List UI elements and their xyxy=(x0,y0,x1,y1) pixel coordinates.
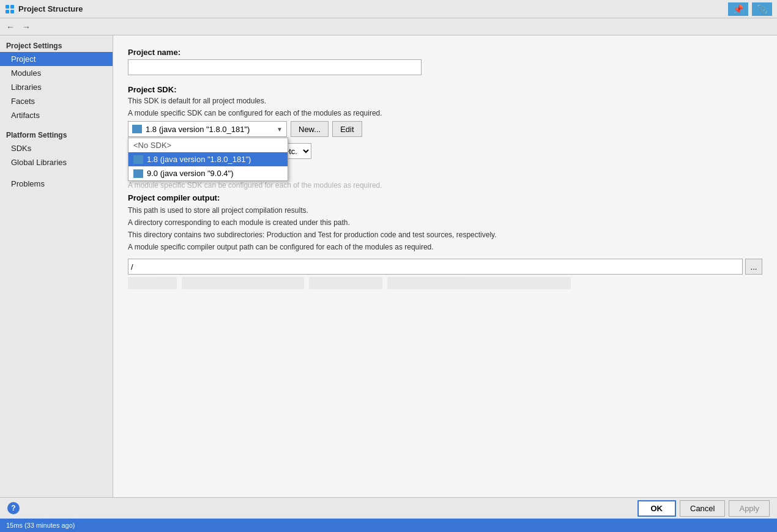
sidebar-item-artifacts[interactable]: Artifacts xyxy=(0,108,113,122)
title-bar: Project Structure 📌 📎 xyxy=(0,0,777,18)
sdk-option-9-0-label: 9.0 (java version "9.0.4") xyxy=(147,169,233,178)
sidebar-item-project[interactable]: Project xyxy=(0,52,113,66)
sidebar-item-modules[interactable]: Modules xyxy=(0,66,113,80)
sdk-option-1-8[interactable]: 1.8 (java version "1.8.0_181") xyxy=(128,152,288,166)
svg-rect-2 xyxy=(6,10,9,13)
chevron-down-icon: ▼ xyxy=(277,126,283,133)
platform-settings-section: Platform Settings xyxy=(0,127,113,141)
nav-bar: ← → xyxy=(0,18,777,35)
blurred-box-1 xyxy=(128,277,177,289)
sdk-controls: 1.8 (java version "1.8.0_181") ▼ <No SDK… xyxy=(128,121,762,137)
help-button[interactable]: ? xyxy=(7,502,20,514)
main-container: Project Settings Project Modules Librari… xyxy=(0,35,777,497)
forward-button[interactable]: → xyxy=(20,21,33,33)
sidebar: Project Settings Project Modules Librari… xyxy=(0,35,113,497)
sdk-icon-1-8 xyxy=(133,155,143,164)
project-name-input[interactable] xyxy=(128,59,422,75)
sdk-option-1-8-label: 1.8 (java version "1.8.0_181") xyxy=(147,155,251,164)
content-area: Project name: Project SDK: This SDK is d… xyxy=(113,35,777,497)
browse-button[interactable]: ... xyxy=(745,259,762,275)
compiler-desc1: This path is used to store all project c… xyxy=(128,205,762,216)
project-name-label: Project name: xyxy=(128,48,762,57)
title-bar-actions: 📌 📎 xyxy=(728,2,772,16)
compiler-label: Project compiler output: xyxy=(128,193,762,202)
bottom-bar: ? OK Cancel Apply xyxy=(0,497,777,519)
sdk-option-no-sdk[interactable]: <No SDK> xyxy=(128,138,288,152)
compiler-path-input[interactable] xyxy=(128,259,743,275)
sdk-dropdown[interactable]: 1.8 (java version "1.8.0_181") ▼ xyxy=(128,121,287,137)
blurred-row-1 xyxy=(128,277,762,289)
sdk-desc1: This SDK is default for all project modu… xyxy=(128,97,762,105)
svg-rect-3 xyxy=(10,10,14,13)
project-settings-section: Project Settings xyxy=(0,38,113,52)
sdk-dropdown-popup: <No SDK> 1.8 (java version "1.8.0_181") … xyxy=(128,138,288,181)
sdk-dropdown-text: 1.8 (java version "1.8.0_181") xyxy=(146,125,277,134)
sdk-desc2: A module specific SDK can be configured … xyxy=(128,109,762,117)
sdk-dropdown-icon xyxy=(132,125,142,133)
no-sdk-label: <No SDK> xyxy=(133,141,171,150)
cancel-button[interactable]: Cancel xyxy=(680,500,725,517)
compiler-desc2: A directory corresponding to each module… xyxy=(128,217,762,228)
window-title: Project Structure xyxy=(18,4,83,13)
blurred-box-4 xyxy=(387,277,571,289)
new-sdk-button[interactable]: New... xyxy=(291,121,329,137)
sdk-label: Project SDK: xyxy=(128,85,762,94)
compiler-desc4: A module specific compiler output path c… xyxy=(128,242,762,253)
edit-sdk-button[interactable]: Edit xyxy=(332,121,362,137)
sidebar-item-global-libraries[interactable]: Global Libraries xyxy=(0,155,113,169)
compiler-path-row: ... xyxy=(128,259,762,275)
status-bar: 15ms (33 minutes ago) xyxy=(0,519,777,532)
sidebar-item-libraries[interactable]: Libraries xyxy=(0,80,113,94)
blurred-box-2 xyxy=(182,277,304,289)
pin-button[interactable]: 📌 xyxy=(728,2,748,16)
ok-button[interactable]: OK xyxy=(638,500,677,517)
apply-button[interactable]: Apply xyxy=(729,500,770,517)
blurred-box-3 xyxy=(309,277,382,289)
status-text: 15ms (33 minutes ago) xyxy=(6,522,75,529)
sdk-option-9-0[interactable]: 9.0 (java version "9.0.4") xyxy=(128,166,288,180)
sidebar-item-facets[interactable]: Facets xyxy=(0,94,113,108)
svg-rect-0 xyxy=(6,5,9,9)
compiler-desc3: This directory contains two subdirectori… xyxy=(128,229,762,240)
sidebar-item-problems[interactable]: Problems xyxy=(0,177,113,191)
back-button[interactable]: ← xyxy=(4,21,17,33)
sdk-section: Project SDK: This SDK is default for all… xyxy=(128,85,762,159)
title-bar-left: Project Structure xyxy=(5,4,83,14)
sdk-dropdown-wrapper: 1.8 (java version "1.8.0_181") ▼ <No SDK… xyxy=(128,121,287,137)
expand-button[interactable]: 📎 xyxy=(752,2,772,16)
dialog-buttons: OK Cancel Apply xyxy=(638,500,770,517)
sdk-icon-9-0 xyxy=(133,169,143,178)
sidebar-item-sdks[interactable]: SDKs xyxy=(0,141,113,155)
svg-rect-1 xyxy=(10,5,14,9)
project-structure-icon xyxy=(5,4,15,14)
